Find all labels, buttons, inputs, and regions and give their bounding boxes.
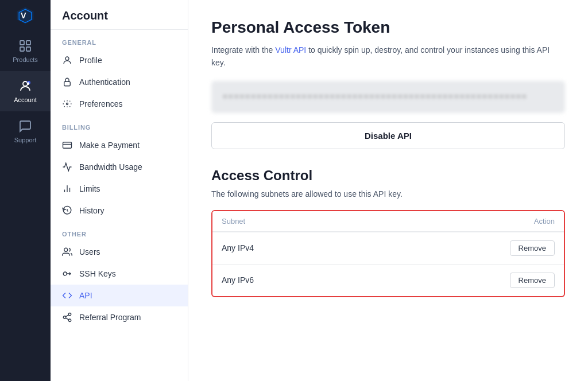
sidebar-item-limits[interactable]: Limits [51,178,188,200]
sidebar-item-history[interactable]: History [51,200,188,221]
token-description: Integrate with the Vultr API to quickly … [211,44,565,69]
referral-label: Referral Program [79,313,141,322]
account-nav-label: Account [14,96,37,103]
svg-line-23 [65,318,68,320]
preferences-icon [62,99,72,109]
payment-icon [62,140,72,150]
api-icon [62,290,72,301]
access-control-description: The following subnets are allowed to use… [211,189,565,199]
bandwidth-icon [62,162,72,172]
svg-line-24 [65,315,68,317]
sidebar-item-authentication[interactable]: Authentication [51,71,188,93]
auth-icon [62,77,72,87]
history-icon [62,205,72,216]
referral-icon [62,312,72,322]
sidebar-section-other: OTHER [51,221,188,241]
svg-point-19 [63,272,67,275]
svg-point-18 [64,248,68,251]
account-sidebar: Account GENERAL Profile Authentication P… [51,0,188,381]
svg-rect-6 [26,47,30,51]
profile-icon [62,55,72,65]
svg-rect-5 [20,47,24,51]
svg-rect-3 [20,41,24,45]
payment-label: Make a Payment [79,141,140,150]
sidebar-item-referral[interactable]: Referral Program [51,306,188,328]
main-content: Personal Access Token Integrate with the… [188,0,588,381]
table-row: Any IPv6 Remove [212,264,564,296]
svg-point-22 [68,319,71,322]
access-control-title: Access Control [211,168,565,184]
svg-text:+: + [28,81,29,85]
subnet-column-header: Subnet [222,217,245,226]
svg-point-21 [63,316,66,319]
sidebar-item-ssh-keys[interactable]: SSH Keys [51,263,188,285]
preferences-label: Preferences [79,99,122,108]
sidebar-item-profile[interactable]: Profile [51,49,188,71]
limits-icon [62,184,72,194]
svg-rect-11 [64,81,71,86]
history-label: History [79,206,105,215]
authentication-label: Authentication [79,77,130,87]
sidebar-section-general: GENERAL [51,30,188,49]
support-icon [18,119,32,133]
bandwidth-label: Bandwidth Usage [79,162,142,172]
support-nav-label: Support [14,137,37,143]
remove-ipv6-button[interactable]: Remove [510,273,555,288]
ssh-keys-label: SSH Keys [79,269,116,278]
logo: V [0,0,51,31]
subnet-ipv4-value: Any IPv4 [222,243,254,252]
limits-label: Limits [79,184,100,193]
svg-point-20 [68,313,71,316]
sidebar-item-preferences[interactable]: Preferences [51,93,188,115]
description-before-link: Integrate with the [211,45,275,55]
users-label: Users [79,247,100,256]
vultr-logo-icon: V [15,5,36,26]
ssh-key-icon [62,269,72,279]
table-row: Any IPv4 Remove [212,232,564,264]
profile-label: Profile [79,56,102,65]
users-icon [62,247,72,257]
api-key-display: ••••••••••••••••••••••••••••••••••••••••… [211,81,565,113]
svg-text:V: V [21,11,26,20]
access-control-table: Subnet Action Any IPv4 Remove Any IPv6 R… [211,210,565,297]
sidebar-item-bandwidth[interactable]: Bandwidth Usage [51,156,188,178]
disable-api-button[interactable]: Disable API [211,122,565,149]
sidebar-item-account[interactable]: + Account [0,71,51,111]
subnet-ipv6-value: Any IPv6 [222,275,254,285]
api-key-value: ••••••••••••••••••••••••••••••••••••••••… [223,92,528,101]
svg-point-10 [65,57,69,60]
remove-ipv4-button[interactable]: Remove [510,240,555,256]
icon-navigation: V Products + Account Support [0,0,51,381]
svg-rect-13 [63,142,72,149]
account-icon: + [18,79,32,93]
sidebar-title: Account [51,0,188,30]
svg-point-12 [67,103,68,105]
sidebar-item-api[interactable]: API [51,285,188,306]
action-column-header: Action [534,217,555,226]
products-nav-label: Products [13,56,37,63]
page-title: Personal Access Token [211,18,565,37]
sidebar-item-users[interactable]: Users [51,241,188,263]
api-label: API [79,291,92,300]
sidebar-section-billing: BILLING [51,115,188,134]
table-header: Subnet Action [212,211,564,232]
vultr-api-link[interactable]: Vultr API [275,45,306,55]
sidebar-item-make-payment[interactable]: Make a Payment [51,134,188,156]
grid-icon [18,39,32,53]
sidebar-item-support[interactable]: Support [0,111,51,151]
sidebar-item-products[interactable]: Products [0,31,51,71]
svg-rect-4 [26,41,30,45]
